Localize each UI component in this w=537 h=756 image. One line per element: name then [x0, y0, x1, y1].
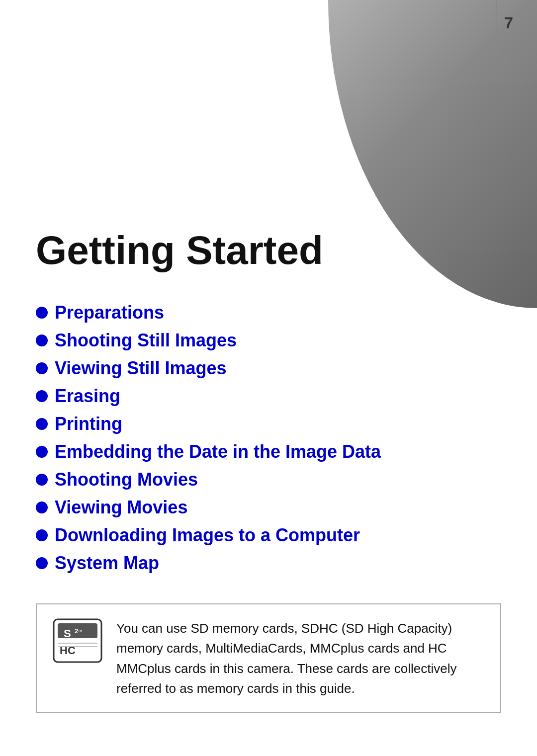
svg-text:™: ™ [78, 629, 83, 634]
menu-link-printing[interactable]: Printing [55, 414, 122, 434]
menu-link-embedding-date[interactable]: Embedding the Date in the Image Data [55, 441, 381, 462]
bullet-icon [36, 446, 48, 458]
bullet-icon [36, 307, 48, 319]
menu-item: Preparations [36, 302, 501, 323]
bullet-icon [36, 335, 48, 346]
page-number: 7 [504, 14, 513, 32]
main-content: Getting Started PreparationsShooting Sti… [36, 229, 501, 713]
menu-link-shooting-still-images[interactable]: Shooting Still Images [55, 330, 237, 351]
menu-item: Shooting Movies [36, 469, 501, 490]
menu-item: Shooting Still Images [36, 330, 501, 351]
bullet-icon [36, 557, 48, 569]
menu-link-viewing-movies[interactable]: Viewing Movies [55, 497, 187, 518]
menu-item: Downloading Images to a Computer [36, 525, 501, 546]
bullet-icon [36, 362, 48, 374]
bullet-icon [36, 502, 48, 513]
bullet-icon [36, 529, 48, 541]
menu-item: System Map [36, 553, 501, 574]
sd-logo: S 2 ™ HC [53, 618, 102, 663]
bullet-icon [36, 390, 48, 402]
menu-item: Printing [36, 414, 501, 434]
svg-text:HC: HC [60, 644, 76, 657]
menu-list: PreparationsShooting Still ImagesViewing… [36, 302, 501, 574]
menu-link-erasing[interactable]: Erasing [55, 386, 120, 407]
menu-item: Viewing Movies [36, 497, 501, 518]
menu-link-preparations[interactable]: Preparations [55, 302, 164, 323]
info-box: S 2 ™ HC You can use SD memory cards, SD… [36, 603, 501, 713]
menu-link-system-map[interactable]: System Map [55, 553, 159, 574]
svg-text:S: S [64, 627, 71, 640]
menu-item: Embedding the Date in the Image Data [36, 441, 501, 462]
menu-link-downloading-images[interactable]: Downloading Images to a Computer [55, 525, 360, 546]
menu-item: Viewing Still Images [36, 358, 501, 379]
bullet-icon [36, 474, 48, 486]
page-title: Getting Started [36, 229, 501, 272]
bullet-icon [36, 418, 48, 430]
info-box-text: You can use SD memory cards, SDHC (SD Hi… [116, 618, 484, 698]
menu-item: Erasing [36, 386, 501, 407]
menu-link-shooting-movies[interactable]: Shooting Movies [55, 469, 198, 490]
vertical-line [496, 0, 497, 55]
menu-link-viewing-still-images[interactable]: Viewing Still Images [55, 358, 226, 379]
